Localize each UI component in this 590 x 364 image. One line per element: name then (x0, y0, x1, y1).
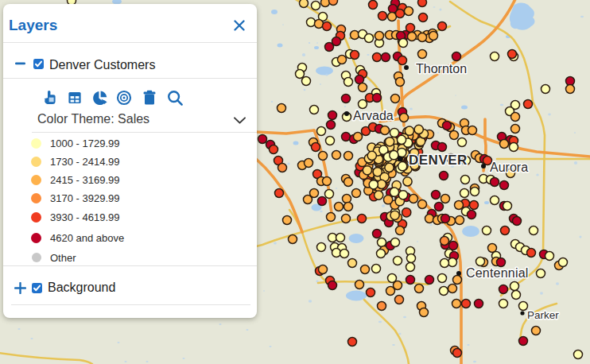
svg-text:Thornton: Thornton (416, 62, 467, 76)
svg-text:DENVER: DENVER (409, 153, 468, 168)
svg-text:Centennial: Centennial (466, 266, 529, 280)
svg-text:Aurora: Aurora (490, 161, 528, 174)
svg-text:Arvada: Arvada (353, 109, 394, 122)
svg-text:Parker: Parker (527, 309, 559, 321)
